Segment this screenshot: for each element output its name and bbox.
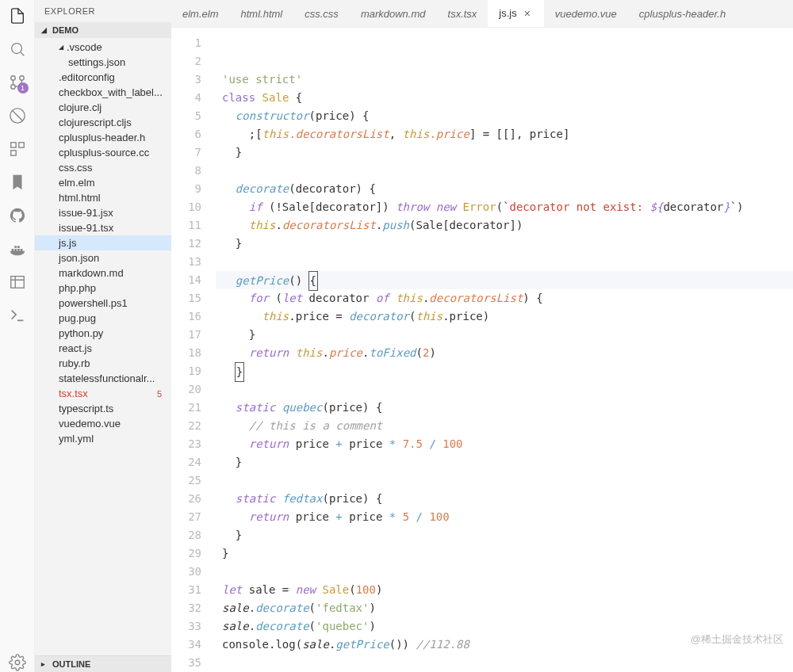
tree-folder[interactable]: ◢.vscode [35, 40, 171, 55]
watermark: @稀土掘金技术社区 [691, 630, 783, 648]
code-line[interactable]: } [216, 544, 793, 563]
app-root: 1 EXPLORER ◢DEMO ◢.vscodesettings.json.e… [0, 0, 793, 672]
svg-point-3 [10, 76, 15, 81]
code-line[interactable]: decorate(decorator) { [216, 180, 793, 198]
code-line[interactable]: } [216, 453, 793, 472]
code-line[interactable]: return price + price * 5 / 100 [216, 508, 793, 526]
tab[interactable]: vuedemo.vue [544, 0, 628, 27]
chevron-right-icon: ▸ [41, 660, 49, 668]
code-line[interactable]: return price + price * 7.5 / 100 [216, 435, 793, 453]
code-line[interactable] [216, 563, 793, 581]
code-line[interactable]: } [216, 526, 793, 544]
tree-file[interactable]: cplusplus-header.h [35, 130, 171, 145]
code-line[interactable]: sale.decorate('fedtax') [216, 599, 793, 617]
code-line[interactable]: static quebec(price) { [216, 399, 793, 417]
tree-file[interactable]: issue-91.tsx [35, 220, 171, 235]
code-line[interactable]: this.decoratorsList.push(Sale[decorator]… [216, 216, 793, 235]
code-line[interactable]: ;[this.decoratorsList, this.price] = [[]… [216, 125, 793, 143]
extensions-icon[interactable] [8, 139, 27, 158]
code-line[interactable]: } [216, 326, 793, 344]
tree-file[interactable]: clojurescript.cljs [35, 115, 171, 130]
code-line[interactable]: } [216, 235, 793, 253]
tab-bar: elm.elmhtml.htmlcss.cssmarkdown.mdtsx.ts… [171, 0, 793, 28]
tree-file[interactable]: cplusplus-source.cc [35, 145, 171, 160]
tab[interactable]: markdown.md [350, 0, 437, 27]
tree-file[interactable]: typescript.ts [35, 401, 171, 416]
code-line[interactable]: static fedtax(price) { [216, 490, 793, 508]
tree-file[interactable]: js.js [35, 235, 171, 250]
code-line[interactable]: if (!Sale[decorator]) throw new Error(`d… [216, 198, 793, 216]
sidebar-title: EXPLORER [35, 0, 171, 22]
sidebar: EXPLORER ◢DEMO ◢.vscodesettings.json.edi… [35, 0, 171, 672]
svg-rect-8 [10, 277, 24, 288]
code-line[interactable] [216, 472, 793, 490]
tree-file[interactable]: tsx.tsx5 [35, 386, 171, 401]
tree-file[interactable]: .editorconfig [35, 70, 171, 85]
tree-file[interactable]: ruby.rb [35, 356, 171, 371]
debug-icon[interactable] [8, 106, 27, 125]
code-line[interactable]: constructor(price) { [216, 107, 793, 125]
code-line[interactable]: } [216, 143, 793, 162]
tab[interactable]: css.css [293, 0, 350, 27]
code-line[interactable]: // this is a comment [216, 417, 793, 435]
tree-file[interactable]: statelessfunctionalr... [35, 371, 171, 386]
github-icon[interactable] [8, 206, 27, 225]
tree-file[interactable]: python.py [35, 326, 171, 341]
svg-point-1 [19, 76, 24, 81]
tab[interactable]: js.js× [488, 0, 543, 27]
code-line[interactable]: let sale = new Sale(100) [216, 581, 793, 599]
section-header-demo[interactable]: ◢DEMO [35, 22, 171, 38]
tree-file[interactable]: css.css [35, 160, 171, 175]
code-line[interactable]: } [216, 362, 793, 380]
project-icon[interactable] [8, 273, 27, 292]
activity-bar: 1 [0, 0, 35, 672]
bookmark-icon[interactable] [8, 173, 27, 192]
code-area[interactable]: 'use strict'class Sale { constructor(pri… [216, 28, 793, 672]
svg-rect-7 [10, 151, 15, 155]
tab[interactable]: tsx.tsx [437, 0, 488, 27]
svg-point-0 [11, 44, 21, 54]
tree-file[interactable]: pug.pug [35, 311, 171, 326]
tree-file[interactable]: markdown.md [35, 265, 171, 281]
tree-file[interactable]: json.json [35, 250, 171, 265]
svg-point-9 [15, 660, 20, 665]
tree-file[interactable]: php.php [35, 281, 171, 296]
tree-file[interactable]: elm.elm [35, 175, 171, 190]
section-header-outline[interactable]: ▸OUTLINE [35, 655, 171, 672]
tree-file[interactable]: issue-91.jsx [35, 205, 171, 220]
code-line[interactable] [216, 253, 793, 271]
code-line[interactable]: for (let decorator of this.decoratorsLis… [216, 289, 793, 307]
code-line[interactable]: getPrice() { [216, 271, 793, 289]
explorer-icon[interactable] [8, 6, 27, 25]
tree-file[interactable]: clojure.clj [35, 100, 171, 115]
code-line[interactable] [216, 162, 793, 180]
settings-gear-icon[interactable] [8, 653, 27, 672]
docker-icon[interactable] [8, 239, 27, 258]
tab[interactable]: elm.elm [171, 0, 230, 27]
tree-file[interactable]: settings.json [35, 55, 171, 70]
file-tree[interactable]: ◢.vscodesettings.json.editorconfigcheckb… [35, 38, 171, 655]
terminal-icon[interactable] [8, 306, 27, 325]
code-line[interactable] [216, 654, 793, 672]
code-line[interactable]: class Sale { [216, 89, 793, 107]
tree-file[interactable]: powershell.ps1 [35, 296, 171, 311]
search-icon[interactable] [8, 40, 27, 59]
svg-rect-5 [10, 143, 15, 147]
scm-badge: 1 [17, 82, 29, 94]
tree-file[interactable]: yml.yml [35, 431, 171, 446]
chevron-down-icon: ◢ [59, 44, 67, 51]
tree-file[interactable]: html.html [35, 190, 171, 205]
code-line[interactable]: return this.price.toFixed(2) [216, 344, 793, 362]
code-line[interactable]: this.price = decorator(this.price) [216, 307, 793, 326]
close-icon[interactable]: × [522, 8, 533, 19]
tab[interactable]: html.html [230, 0, 294, 27]
line-gutter: 1234567891011121314151617181920212223242… [171, 28, 216, 672]
source-control-icon[interactable]: 1 [8, 73, 27, 92]
editor[interactable]: 1234567891011121314151617181920212223242… [171, 28, 793, 672]
code-line[interactable] [216, 380, 793, 399]
tree-file[interactable]: vuedemo.vue [35, 416, 171, 431]
tree-file[interactable]: react.js [35, 341, 171, 356]
tab[interactable]: cplusplus-header.h [628, 0, 737, 27]
code-line[interactable]: 'use strict' [216, 71, 793, 89]
tree-file[interactable]: checkbox_with_label... [35, 85, 171, 100]
